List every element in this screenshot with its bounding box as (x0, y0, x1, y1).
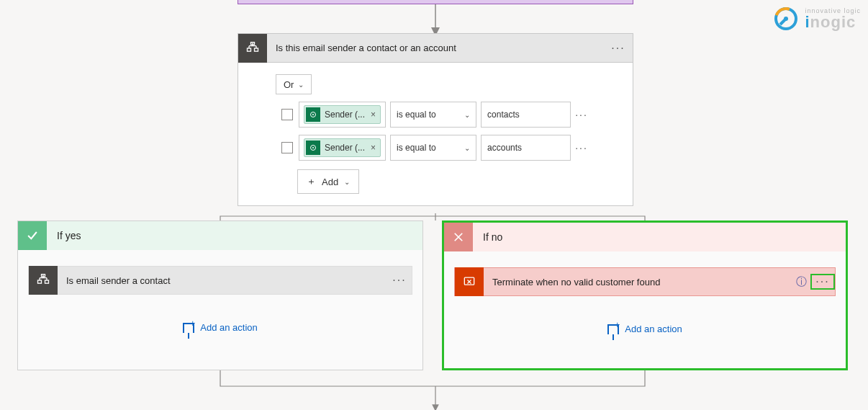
yes-add-action-button[interactable]: + Add an action (18, 322, 422, 333)
chevron-down-icon: ⌄ (298, 81, 304, 89)
sender-icon (306, 107, 320, 122)
yes-subcondition-card[interactable]: Is email sender a contact ··· (28, 266, 412, 295)
value-input[interactable]: contacts (481, 102, 571, 128)
yes-action-title: Is email sender a contact (58, 275, 387, 286)
svg-rect-7 (38, 280, 42, 283)
logo-brand-i: i (805, 13, 810, 31)
chevron-down-icon: ⌄ (464, 144, 470, 152)
token-remove-icon[interactable]: × (371, 110, 376, 120)
svg-rect-0 (248, 48, 251, 51)
no-action-title: Terminate when no valid customer found (484, 277, 792, 288)
chevron-down-icon: ⌄ (344, 178, 350, 186)
row-more-button[interactable]: ··· (571, 109, 592, 120)
branch-no-header: If no (444, 223, 846, 251)
close-icon (444, 223, 473, 251)
operand-field[interactable]: Sender (... × (299, 102, 386, 128)
group-operator-dropdown[interactable]: Or ⌄ (276, 74, 312, 94)
add-action-label: Add an action (625, 324, 682, 334)
add-condition-button[interactable]: ＋ Add ⌄ (297, 169, 359, 194)
token-label: Sender (... (325, 110, 365, 120)
inogic-logo: innovative logic inogic (770, 3, 861, 35)
operator-label: is equal to (397, 143, 436, 153)
dynamic-token[interactable]: Sender (... × (304, 105, 381, 124)
add-action-icon: + (183, 323, 194, 333)
branch-yes-title: If yes (47, 230, 81, 241)
condition-row: Sender (... × is equal to ⌄ accounts ··· (244, 133, 627, 162)
operator-label: is equal to (397, 110, 436, 120)
branch-yes: If yes Is email sender a contact ··· + A… (17, 220, 423, 370)
svg-rect-1 (255, 48, 258, 51)
condition-icon (238, 34, 267, 63)
add-action-icon: + (607, 324, 619, 334)
plus-icon: ＋ (307, 175, 316, 188)
row-more-button[interactable]: ··· (571, 142, 592, 153)
group-operator-label: Or (284, 79, 294, 90)
operator-dropdown[interactable]: is equal to ⌄ (390, 102, 476, 128)
condition-title: Is this email sender a contact or an acc… (267, 43, 604, 53)
row-checkbox[interactable] (281, 109, 293, 120)
branch-no-title: If no (473, 231, 502, 243)
operand-field[interactable]: Sender (... × (299, 135, 386, 161)
add-action-label: Add an action (200, 322, 258, 333)
condition-more-button[interactable]: ··· (604, 42, 633, 55)
operator-dropdown[interactable]: is equal to ⌄ (390, 135, 476, 161)
help-icon[interactable]: ⓘ (792, 275, 810, 289)
branch-no: If no Terminate when no valid customer f… (442, 220, 848, 370)
sender-icon (306, 141, 320, 155)
svg-point-4 (312, 114, 314, 115)
terminate-action-card[interactable]: Terminate when no valid customer found ⓘ… (454, 267, 836, 296)
condition-row: Sender (... × is equal to ⌄ contacts ··· (244, 100, 627, 129)
token-remove-icon[interactable]: × (371, 143, 376, 153)
value-text: contacts (487, 110, 520, 120)
condition-header[interactable]: Is this email sender a contact or an acc… (238, 34, 633, 63)
condition-icon (29, 266, 58, 295)
chevron-down-icon: ⌄ (464, 111, 470, 119)
condition-card: Is this email sender a contact or an acc… (238, 33, 633, 206)
check-icon (18, 221, 47, 250)
no-add-action-button[interactable]: + Add an action (444, 324, 846, 334)
logo-brand-rest: nogic (810, 13, 856, 31)
yes-action-more-button[interactable]: ··· (387, 272, 412, 288)
value-input[interactable]: accounts (481, 135, 571, 161)
value-text: accounts (487, 143, 522, 153)
svg-rect-8 (45, 280, 49, 283)
dynamic-token[interactable]: Sender (... × (304, 138, 381, 157)
no-action-more-button[interactable]: ··· (810, 274, 835, 290)
token-label: Sender (... (325, 143, 365, 153)
row-checkbox[interactable] (281, 142, 293, 153)
add-label: Add (322, 177, 338, 187)
branch-yes-header: If yes (18, 221, 422, 250)
svg-point-6 (312, 147, 314, 148)
terminate-icon (455, 267, 484, 296)
